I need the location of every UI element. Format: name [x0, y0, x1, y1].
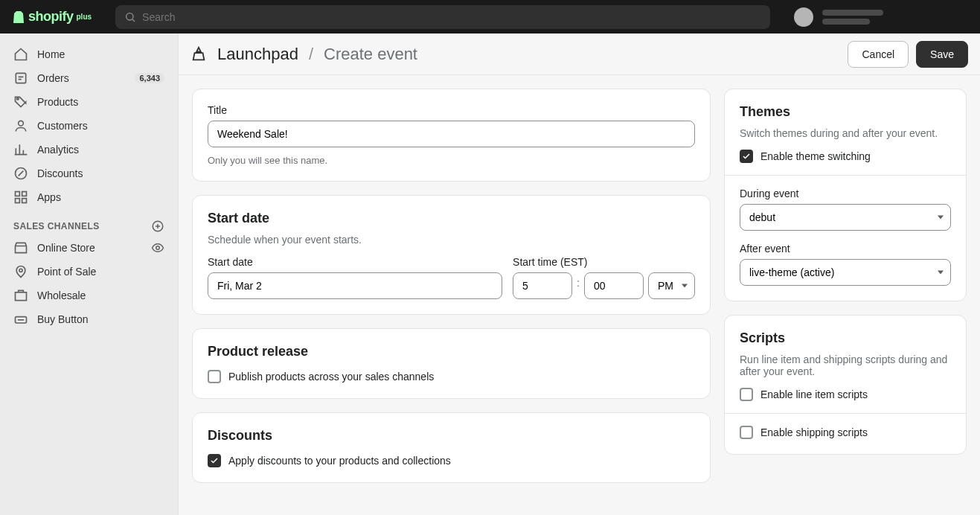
- during-label: During event: [740, 188, 951, 199]
- cancel-button[interactable]: Cancel: [848, 41, 909, 68]
- nav-label: Home: [37, 48, 65, 60]
- nav-label: Discounts: [37, 167, 83, 179]
- title-input[interactable]: [208, 121, 695, 147]
- scripts-card: Scripts Run line item and shipping scrip…: [724, 315, 967, 455]
- svg-rect-13: [16, 292, 27, 301]
- during-theme-select[interactable]: debut: [740, 204, 951, 231]
- minute-input[interactable]: [584, 272, 644, 299]
- channel-pos[interactable]: Point of Sale: [6, 260, 172, 284]
- breadcrumb-sep: /: [309, 45, 313, 64]
- nav-apps[interactable]: Apps: [6, 185, 172, 209]
- after-theme-select[interactable]: live-theme (active): [740, 259, 951, 286]
- topbar: shopify plus: [0, 0, 980, 33]
- title-help: Only you will see this name.: [208, 155, 695, 166]
- sidebar: Home Orders 6,343 Products Customers Ana…: [0, 33, 179, 515]
- check-icon: [742, 152, 751, 161]
- themes-heading: Themes: [740, 104, 951, 120]
- product-release-card: Product release Publish products across …: [192, 328, 711, 399]
- enable-line-item-scripts-label: Enable line item scripts: [760, 388, 868, 400]
- orders-badge: 6,343: [135, 73, 164, 83]
- nav-discounts[interactable]: Discounts: [6, 161, 172, 185]
- analytics-icon: [13, 142, 28, 157]
- nav-home[interactable]: Home: [6, 42, 172, 66]
- svg-rect-9: [22, 199, 27, 203]
- channels-title-text: SALES CHANNELS: [13, 221, 100, 231]
- start-date-card: Start date Schedule when your event star…: [192, 195, 711, 315]
- search-input[interactable]: [142, 11, 761, 23]
- logo-suffix: plus: [77, 13, 92, 21]
- date-label: Start date: [208, 256, 502, 268]
- nav-products[interactable]: Products: [6, 90, 172, 114]
- product-release-heading: Product release: [208, 344, 695, 359]
- nav-label: Online Store: [37, 242, 95, 254]
- themes-sub: Switch themes during and after your even…: [740, 127, 951, 139]
- launchpad-icon: [190, 46, 207, 63]
- apply-discounts-checkbox[interactable]: [208, 454, 221, 467]
- publish-products-label: Publish products across your sales chann…: [228, 371, 434, 383]
- scripts-heading: Scripts: [740, 330, 951, 346]
- channel-wholesale[interactable]: Wholesale: [6, 284, 172, 307]
- nav-label: Customers: [37, 120, 88, 132]
- title-label: Title: [208, 104, 695, 116]
- nav-customers[interactable]: Customers: [6, 114, 172, 138]
- start-date-sub: Schedule when your event starts.: [208, 234, 695, 246]
- check-icon: [210, 456, 219, 465]
- enable-shipping-scripts-label: Enable shipping scripts: [760, 426, 868, 438]
- enable-theme-switching-checkbox[interactable]: [740, 150, 753, 163]
- breadcrumb-bar: Launchpad / Create event Cancel Save: [179, 33, 980, 75]
- pin-icon: [13, 264, 28, 279]
- save-button[interactable]: Save: [916, 41, 968, 68]
- svg-rect-2: [16, 73, 25, 83]
- store-icon: [13, 240, 28, 255]
- channels-section-title: SALES CHANNELS: [6, 209, 172, 236]
- svg-rect-8: [16, 199, 20, 203]
- nav-label: Apps: [37, 191, 61, 203]
- user-icon: [13, 118, 28, 133]
- after-label: After event: [740, 243, 951, 255]
- home-icon: [13, 47, 28, 62]
- nav-label: Products: [37, 96, 78, 108]
- avatar: [794, 7, 813, 27]
- shopify-bag-icon: [12, 10, 25, 25]
- themes-card: Themes Switch themes during and after yo…: [724, 89, 967, 301]
- ampm-select[interactable]: PM: [648, 272, 695, 299]
- nav-analytics[interactable]: Analytics: [6, 138, 172, 161]
- channel-buy-button[interactable]: Buy Button: [6, 307, 172, 331]
- nav-label: Wholesale: [37, 290, 86, 301]
- user-name-skeleton: [822, 10, 883, 25]
- date-input[interactable]: [208, 272, 502, 299]
- nav-label: Buy Button: [37, 313, 89, 325]
- svg-point-11: [156, 246, 160, 250]
- logo-text: shopify: [28, 9, 74, 25]
- logo[interactable]: shopify plus: [12, 9, 92, 25]
- orders-icon: [13, 71, 28, 86]
- enable-shipping-scripts-checkbox[interactable]: [740, 426, 753, 439]
- nav-label: Analytics: [37, 144, 79, 156]
- tag-icon: [13, 95, 28, 109]
- publish-products-checkbox[interactable]: [208, 370, 221, 383]
- nav-label: Orders: [37, 72, 69, 84]
- enable-theme-switching-label: Enable theme switching: [760, 150, 871, 162]
- channel-online-store[interactable]: Online Store: [6, 236, 172, 260]
- apply-discounts-label: Apply discounts to your products and col…: [228, 455, 451, 467]
- nav-label: Point of Sale: [37, 266, 96, 278]
- svg-point-0: [126, 13, 133, 19]
- add-channel-icon[interactable]: [151, 220, 164, 233]
- svg-point-4: [19, 121, 24, 126]
- search-icon: [124, 11, 136, 23]
- hour-input[interactable]: [513, 272, 572, 299]
- time-label: Start time (EST): [513, 256, 695, 268]
- wholesale-icon: [13, 288, 28, 303]
- search-wrap[interactable]: [115, 5, 770, 29]
- nav-orders[interactable]: Orders 6,343: [6, 66, 172, 90]
- svg-rect-7: [22, 192, 27, 196]
- breadcrumb-app[interactable]: Launchpad: [217, 45, 298, 64]
- svg-rect-6: [16, 192, 20, 196]
- eye-icon[interactable]: [151, 241, 164, 255]
- title-card: Title Only you will see this name.: [192, 89, 711, 182]
- enable-line-item-scripts-checkbox[interactable]: [740, 388, 753, 401]
- discounts-heading: Discounts: [208, 428, 695, 444]
- discount-icon: [13, 166, 28, 181]
- buy-button-icon: [13, 312, 28, 327]
- user-block[interactable]: [794, 7, 883, 27]
